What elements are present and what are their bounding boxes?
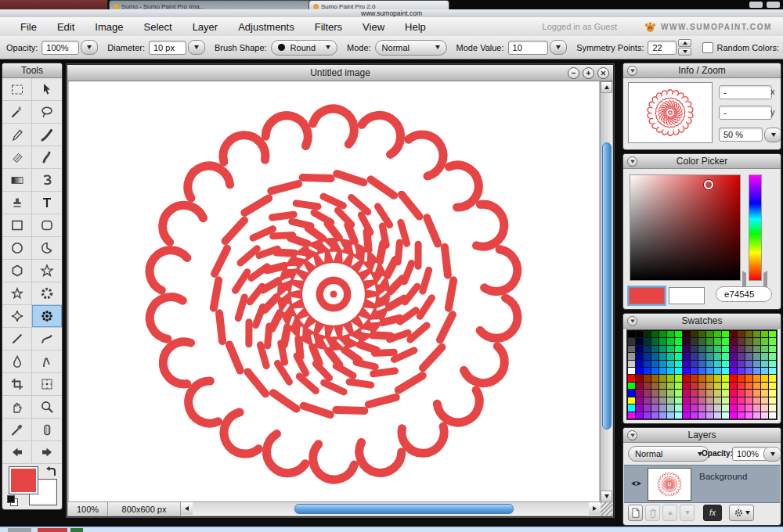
swatch[interactable]	[722, 346, 729, 352]
swatch[interactable]	[628, 353, 635, 359]
swatch[interactable]	[698, 383, 705, 389]
opacity-input[interactable]: 100%	[41, 41, 79, 55]
swatch[interactable]	[651, 331, 659, 337]
menu-help[interactable]: Help	[405, 21, 426, 33]
swatch[interactable]	[714, 368, 721, 374]
swatch[interactable]	[706, 353, 713, 359]
swatch[interactable]	[738, 397, 745, 404]
swatch[interactable]	[675, 346, 682, 352]
swatch[interactable]	[730, 404, 737, 411]
swatch[interactable]	[738, 353, 745, 359]
swatch[interactable]	[683, 412, 690, 419]
swatch[interactable]	[644, 338, 651, 344]
swatch[interactable]	[753, 346, 760, 352]
swatch[interactable]	[745, 397, 752, 404]
color-marker[interactable]	[704, 180, 713, 189]
swatch[interactable]	[722, 368, 729, 374]
swatch[interactable]	[667, 404, 674, 411]
tool-hand[interactable]	[2, 396, 32, 419]
swatch[interactable]	[675, 404, 682, 411]
swatch[interactable]	[683, 338, 690, 344]
swatch[interactable]	[636, 338, 643, 344]
swatch[interactable]	[714, 331, 721, 337]
collapse-icon[interactable]	[627, 430, 637, 440]
swatch[interactable]	[714, 375, 721, 381]
swatch[interactable]	[761, 331, 768, 337]
swatch[interactable]	[761, 353, 768, 359]
swatch[interactable]	[769, 338, 776, 344]
opacity-dropdown-button[interactable]	[81, 40, 98, 55]
swatch[interactable]	[667, 383, 674, 389]
tool-eraser[interactable]	[2, 146, 32, 169]
menu-image[interactable]: Image	[95, 21, 123, 33]
tool-zoom[interactable]	[32, 396, 62, 419]
new-layer-button[interactable]	[628, 505, 643, 521]
swatch[interactable]	[659, 397, 666, 404]
swatch[interactable]	[667, 331, 674, 337]
swatch[interactable]	[761, 397, 768, 404]
swatch[interactable]	[745, 353, 752, 359]
swatch[interactable]	[714, 353, 721, 359]
swatch[interactable]	[636, 404, 643, 411]
swap-colors-icon[interactable]	[44, 466, 58, 481]
scroll-right-button[interactable]	[589, 502, 601, 515]
swatch[interactable]	[730, 361, 737, 367]
swatch[interactable]	[691, 412, 698, 419]
swatch[interactable]	[651, 338, 659, 344]
swatch[interactable]	[761, 368, 768, 374]
swatch[interactable]	[644, 361, 651, 367]
swatch[interactable]	[659, 375, 666, 381]
swatch[interactable]	[769, 383, 776, 389]
random-colors-checkbox[interactable]	[702, 42, 713, 53]
swatch[interactable]	[628, 368, 635, 374]
mode-value-dropdown-button[interactable]	[550, 40, 567, 55]
swatch[interactable]	[706, 375, 713, 381]
tool-ellipse[interactable]	[2, 237, 32, 260]
swatch[interactable]	[691, 346, 698, 352]
tool-rect-select[interactable]	[2, 78, 32, 101]
swatch[interactable]	[691, 338, 698, 344]
swatch[interactable]	[714, 346, 721, 352]
swatch[interactable]	[683, 331, 690, 337]
tool-rounded-rectangle[interactable]	[32, 214, 62, 237]
swatch[interactable]	[738, 346, 745, 352]
swatch[interactable]	[691, 361, 698, 367]
swatch[interactable]	[761, 375, 768, 381]
tool-magic-wand[interactable]	[2, 101, 32, 124]
swatch[interactable]	[769, 390, 776, 396]
swatch[interactable]	[644, 412, 651, 419]
menu-layer[interactable]: Layer	[193, 21, 218, 33]
swatch[interactable]	[698, 346, 705, 352]
swatch[interactable]	[738, 368, 745, 374]
swatch[interactable]	[675, 397, 682, 404]
swatch[interactable]	[714, 383, 721, 389]
minimize-button[interactable]	[568, 67, 579, 79]
swatch[interactable]	[698, 404, 705, 411]
swatch[interactable]	[722, 353, 729, 359]
swatch[interactable]	[675, 361, 682, 367]
mode-dropdown[interactable]: Normal	[375, 40, 447, 56]
tool-transform-3d[interactable]	[32, 169, 62, 192]
swatch[interactable]	[738, 361, 745, 367]
swatch[interactable]	[659, 383, 666, 389]
swatch[interactable]	[753, 412, 760, 419]
swatch[interactable]	[644, 353, 651, 359]
swatch[interactable]	[769, 331, 776, 337]
swatch[interactable]	[675, 353, 682, 359]
swatch[interactable]	[667, 412, 674, 419]
swatch[interactable]	[636, 383, 643, 389]
swatch[interactable]	[659, 353, 666, 359]
swatch[interactable]	[651, 390, 659, 396]
swatch[interactable]	[651, 353, 659, 359]
swatch[interactable]	[651, 397, 659, 404]
vertical-scrollbar[interactable]	[600, 81, 612, 502]
foreground-swatch[interactable]	[629, 287, 665, 304]
menu-edit[interactable]: Edit	[57, 21, 74, 33]
swatch[interactable]	[738, 383, 745, 389]
swatch[interactable]	[738, 390, 745, 396]
tool-roller[interactable]	[32, 419, 62, 441]
swatch[interactable]	[730, 375, 737, 381]
swatch[interactable]	[769, 368, 776, 374]
swatch[interactable]	[651, 368, 659, 374]
swatch[interactable]	[714, 390, 721, 396]
